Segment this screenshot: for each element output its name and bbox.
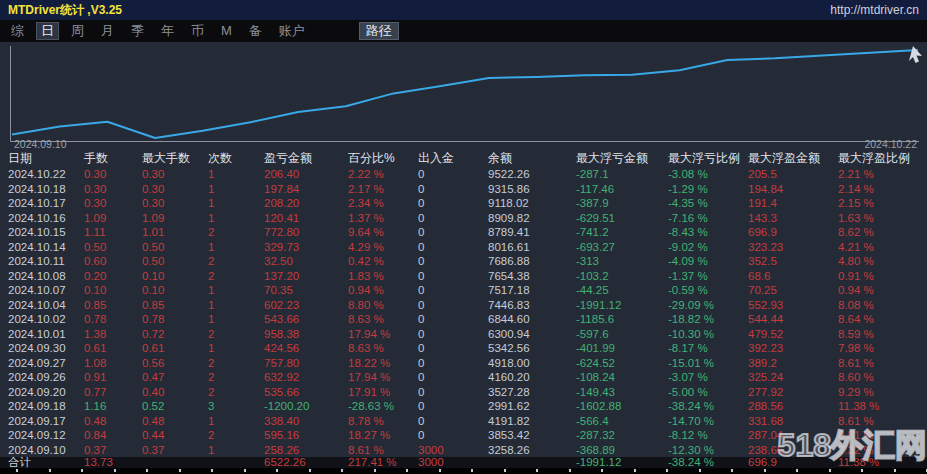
scrollbar-tick: [49, 469, 51, 472]
cell-4: 120.41: [260, 211, 344, 226]
cell-10: 70.25: [744, 283, 834, 298]
table-row[interactable]: 2024.10.011.380.722958.3817.94 %06300.94…: [0, 327, 927, 342]
table-row[interactable]: 2024.09.100.370.371258.268.61 %30003258.…: [0, 443, 927, 458]
cell-2: 0.78: [138, 312, 204, 327]
scrollbar-tick: [894, 469, 896, 472]
mouse-cursor-icon: [909, 46, 922, 63]
cell-2: 0.72: [138, 327, 204, 342]
scrollbar-tick: [439, 469, 441, 472]
cell-10: 696.9: [744, 457, 834, 468]
table-row[interactable]: 2024.10.070.100.10170.350.94 %07517.18-4…: [0, 283, 927, 298]
date-cell: 2024.10.17: [0, 196, 80, 211]
titlebar: MTDriver统计 ,V3.25 http://mtdriver.cn: [0, 0, 927, 20]
cell-2: 0.30: [138, 182, 204, 197]
table-row[interactable]: 2024.10.040.850.851602.238.80 %07446.83-…: [0, 298, 927, 313]
cell-3: 1: [204, 182, 260, 197]
table-row[interactable]: 2024.10.140.500.501329.734.29 %08016.61-…: [0, 240, 927, 255]
date-cell: 2024.10.02: [0, 312, 80, 327]
scrollbar-tick: [114, 469, 116, 472]
cell-2: 0.40: [138, 385, 204, 400]
cell-3: 1: [204, 240, 260, 255]
titlebar-url-link[interactable]: http://mtdriver.cn: [830, 3, 919, 17]
menu-item-季[interactable]: 季: [126, 22, 149, 40]
cell-1: 0.85: [80, 298, 138, 313]
cell-6: 0: [414, 240, 484, 255]
app-window: MTDriver统计 ,V3.25 http://mtdriver.cn 综日周…: [0, 0, 927, 474]
table-body: 2024.10.220.300.301206.402.22 %09522.26-…: [0, 167, 927, 457]
cell-2: 0.30: [138, 196, 204, 211]
cell-8: -287.32: [572, 428, 664, 443]
table-row[interactable]: 2024.10.220.300.301206.402.22 %09522.26-…: [0, 167, 927, 182]
cell-10: 191.4: [744, 196, 834, 211]
column-header-3: 次数: [204, 150, 260, 167]
horizontal-scrollbar[interactable]: [0, 468, 927, 474]
cell-3: 2: [204, 370, 260, 385]
scrollbar-tick: [504, 469, 506, 472]
table-row[interactable]: 2024.09.200.770.402535.6617.91 %03527.28…: [0, 385, 927, 400]
menu-item-综[interactable]: 综: [6, 22, 29, 40]
cell-10: 287.04: [744, 428, 834, 443]
table-row[interactable]: 2024.09.300.610.611424.568.63 %05342.56-…: [0, 341, 927, 356]
table-row[interactable]: 2024.10.110.600.50232.500.42 %07686.88-3…: [0, 254, 927, 269]
table-row[interactable]: 2024.10.170.300.301208.202.34 %09118.02-…: [0, 196, 927, 211]
cell-5: 17.94 %: [344, 327, 414, 342]
table-row[interactable]: 2024.10.161.091.091120.411.37 %08909.82-…: [0, 211, 927, 226]
cell-5: 2.17 %: [344, 182, 414, 197]
cell-11: 7.32 %: [834, 443, 927, 458]
menu-item-年[interactable]: 年: [156, 22, 179, 40]
cell-11: 4.80 %: [834, 254, 927, 269]
menu-item-币[interactable]: 币: [186, 22, 209, 40]
table-row[interactable]: 2024.10.020.780.781543.668.63 %06844.60-…: [0, 312, 927, 327]
cell-1: 1.11: [80, 225, 138, 240]
menu-item-月[interactable]: 月: [96, 22, 119, 40]
scrollbar-tick: [146, 469, 148, 472]
date-cell: 2024.10.08: [0, 269, 80, 284]
cell-4: 208.20: [260, 196, 344, 211]
cell-9: -8.12 %: [664, 428, 744, 443]
table-row[interactable]: 2024.09.120.840.442595.1618.27 %03853.42…: [0, 428, 927, 443]
table-row[interactable]: 2024.10.080.200.102137.201.83 %07654.38-…: [0, 269, 927, 284]
scrollbar-tick: [764, 469, 766, 472]
cell-11: 11.38 %: [834, 457, 927, 468]
cell-6: 0: [414, 269, 484, 284]
cell-6: 0: [414, 254, 484, 269]
cell-11: 11.38 %: [834, 399, 927, 414]
table-row[interactable]: 2024.09.170.480.481338.408.78 %04191.82-…: [0, 414, 927, 429]
cell-5: 18.27 %: [344, 428, 414, 443]
menu-item-M[interactable]: M: [216, 22, 237, 40]
cell-1: 0.30: [80, 182, 138, 197]
cell-4: -1200.20: [260, 399, 344, 414]
cell-5: 0.94 %: [344, 283, 414, 298]
cell-4: 595.16: [260, 428, 344, 443]
table-row[interactable]: 2024.09.181.160.523-1200.20-28.63 %02991…: [0, 399, 927, 414]
table-row[interactable]: 2024.09.260.910.472632.9217.94 %04160.20…: [0, 370, 927, 385]
cell-11: 1.63 %: [834, 211, 927, 226]
date-cell: 2024.10.11: [0, 254, 80, 269]
scrollbar-tick: [81, 469, 83, 472]
cell-5: 18.22 %: [344, 356, 414, 371]
table-row[interactable]: 2024.09.271.080.562757.8018.22 %04918.00…: [0, 356, 927, 371]
cell-4: 772.80: [260, 225, 344, 240]
cell-6: 0: [414, 167, 484, 182]
menu-item-group: 综日周月季年币M备账户: [6, 22, 317, 40]
cell-3: 1: [204, 414, 260, 429]
cell-9: -0.59 %: [664, 283, 744, 298]
path-button[interactable]: 路径: [359, 22, 399, 40]
menu-item-备[interactable]: 备: [244, 22, 267, 40]
equity-curve-svg: [0, 42, 927, 150]
table-row[interactable]: 2024.10.180.300.301197.842.17 %09315.86-…: [0, 182, 927, 197]
cell-8: -741.2: [572, 225, 664, 240]
cell-3: 2: [204, 385, 260, 400]
cell-4: 424.56: [260, 341, 344, 356]
column-header-2: 最大手数: [138, 150, 204, 167]
menu-item-账户[interactable]: 账户: [274, 22, 310, 40]
table-row[interactable]: 2024.10.151.111.012772.809.64 %08789.41-…: [0, 225, 927, 240]
cell-8: -108.24: [572, 370, 664, 385]
cell-6: 0: [414, 182, 484, 197]
cell-11: 8.60 %: [834, 370, 927, 385]
cell-3: 2: [204, 225, 260, 240]
cell-4: 602.23: [260, 298, 344, 313]
menu-item-周[interactable]: 周: [66, 22, 89, 40]
cell-7: 4191.82: [484, 414, 572, 429]
menu-item-日[interactable]: 日: [36, 22, 59, 40]
